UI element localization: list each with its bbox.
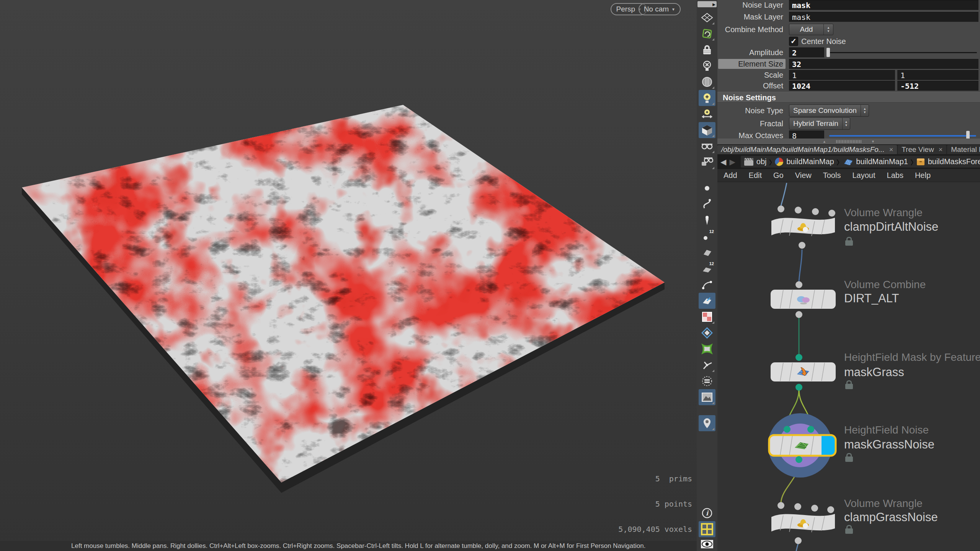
info-icon[interactable]: i (699, 505, 715, 521)
fractal-dropdown[interactable]: Hybrid Terrain ▲▼ (789, 117, 850, 130)
splitter-up-icon[interactable]: ▲ (823, 140, 826, 143)
center-noise-checkbox[interactable]: ✓ (789, 37, 798, 46)
material-sphere-icon[interactable] (699, 74, 715, 90)
node-name-label[interactable]: maskGrass (844, 365, 904, 379)
back-arrow-icon[interactable]: ◀ (720, 157, 726, 166)
amplitude-slider-track[interactable] (829, 52, 977, 53)
forward-arrow-icon[interactable]: ▶ (729, 157, 735, 166)
prim-normals-icon[interactable] (699, 293, 715, 309)
element-size-field[interactable]: 32 (789, 59, 978, 69)
headlight-off-icon[interactable] (699, 58, 715, 74)
node-name-label[interactable]: clampGrassNoise (844, 510, 938, 524)
breadcrumb-item-obj[interactable]: obj (741, 157, 770, 166)
menu-add[interactable]: Add (724, 171, 737, 180)
node-body-clampgrassnoise[interactable] (770, 510, 836, 536)
breadcrumb-item-buildmainmap1[interactable]: buildMainMap1 (839, 157, 911, 166)
max-octaves-slider-handle[interactable] (966, 131, 970, 139)
menu-edit[interactable]: Edit (749, 171, 762, 180)
lock-icon[interactable] (699, 42, 715, 58)
close-icon[interactable]: × (889, 146, 893, 154)
group-highlight-icon[interactable] (699, 341, 715, 357)
noise-settings-section-header[interactable]: Noise Settings (717, 92, 980, 103)
view-layout-icon[interactable] (699, 10, 715, 26)
menu-labs[interactable]: Labs (887, 171, 903, 180)
combine-method-dropdown[interactable]: Add ▲▼ (789, 24, 833, 35)
noise-layer-field[interactable]: mask (789, 0, 978, 10)
profile-curve-icon[interactable] (699, 277, 715, 293)
node-body-maskgrassnoise[interactable] (768, 434, 837, 457)
fan-icon[interactable] (699, 357, 715, 373)
move-light-icon[interactable] (699, 106, 715, 122)
shading-cube-icon[interactable] (699, 122, 715, 138)
add-light-icon[interactable] (699, 90, 715, 106)
node-input-connector[interactable] (795, 207, 802, 214)
node-body-maskgrass[interactable] (770, 362, 836, 382)
pane-splitter[interactable]: ▲ ▼ (717, 139, 980, 144)
node-body-dirt-alt[interactable] (770, 289, 836, 309)
prim-display-icon[interactable] (699, 245, 715, 261)
node-name-label[interactable]: clampDirtAltNoise (844, 220, 938, 234)
point-display-icon[interactable] (699, 180, 715, 196)
node-input-connector[interactable] (794, 503, 801, 510)
spinner-arrows-icon[interactable]: ▲▼ (823, 24, 833, 35)
param-row-combine-method: Combine Method Add ▲▼ (717, 24, 980, 35)
node-name-label[interactable]: DIRT_ALT (844, 292, 899, 305)
scene-viewport[interactable]: Persp ▼ No cam ▼ 5 prims 5 points 5,090,… (0, 0, 697, 551)
visualizer-pin-icon[interactable] (699, 415, 715, 431)
node-output-connector[interactable] (795, 537, 802, 544)
offset-x-field[interactable]: 1024 (789, 81, 895, 91)
node-body-clampdirtaltnoise[interactable] (770, 214, 836, 240)
amplitude-slider-handle[interactable] (826, 48, 830, 57)
breadcrumb-item-buildmainmap[interactable]: buildMainMap (771, 157, 837, 166)
node-input-connector[interactable] (795, 281, 802, 288)
amplitude-field[interactable]: 2 (789, 47, 824, 57)
splitter-down-icon[interactable]: ▼ (871, 140, 875, 143)
noise-type-dropdown[interactable]: Sparse Convolution ▲▼ (789, 104, 869, 117)
menu-tools[interactable]: Tools (823, 171, 841, 180)
menu-help[interactable]: Help (915, 171, 931, 180)
point-trail-icon[interactable] (699, 196, 715, 212)
mask-layer-field[interactable]: mask (789, 12, 978, 22)
tab-material-palette[interactable]: Material Palette × (947, 145, 980, 154)
offset-y-field[interactable]: -512 (897, 81, 978, 91)
scale-x-field[interactable]: 1 (789, 70, 895, 80)
scale-y-field[interactable]: 1 (897, 70, 978, 80)
shade-glasses-icon[interactable] (699, 138, 715, 154)
splitter-grip[interactable] (836, 140, 861, 143)
background-image-icon[interactable] (699, 389, 715, 405)
pane-grid-icon[interactable] (699, 521, 715, 537)
point-marker-icon[interactable] (699, 212, 715, 228)
tab-tree-view[interactable]: Tree View × (898, 145, 946, 154)
node-input-connector[interactable] (777, 502, 784, 509)
shade-glasses-camera-icon[interactable] (699, 154, 715, 170)
volume-disc-icon[interactable] (699, 373, 715, 389)
prim-numbers-icon[interactable]: 12 (699, 261, 715, 277)
max-octaves-field[interactable]: 8 (789, 130, 824, 139)
node-output-connector[interactable] (795, 456, 802, 463)
uv-checker-icon[interactable] (699, 309, 715, 325)
node-name-label[interactable]: maskGrassNoise (844, 438, 934, 452)
menu-view[interactable]: View (795, 171, 812, 180)
breadcrumb-item-buildmasksforest[interactable]: buildMasksForest (913, 157, 980, 166)
spinner-arrows-icon[interactable]: ▲▼ (861, 105, 869, 116)
node-input-connector[interactable] (777, 205, 784, 212)
max-octaves-slider-track[interactable] (829, 135, 976, 137)
close-icon[interactable]: × (939, 146, 943, 154)
menu-go[interactable]: Go (773, 171, 784, 180)
node-input-connector[interactable] (807, 426, 814, 433)
camera-select-button[interactable]: No cam ▼ (639, 3, 681, 15)
view-diamond-icon[interactable] (699, 325, 715, 341)
snap-mode-icon[interactable] (699, 26, 715, 42)
node-output-connector[interactable] (795, 311, 802, 318)
point-numbers-icon[interactable]: 12 (699, 228, 715, 245)
visibility-eye-icon[interactable] (699, 537, 715, 551)
tab-network-path[interactable]: /obj/buildMainMap/buildMainMap1/buildMas… (717, 145, 897, 154)
node-output-connector[interactable] (799, 242, 805, 249)
node-input-connector[interactable] (795, 354, 802, 361)
node-output-connector[interactable] (795, 384, 802, 391)
node-input-connector[interactable] (784, 426, 791, 433)
spinner-arrows-icon[interactable]: ▲▼ (842, 118, 850, 129)
menu-layout[interactable]: Layout (852, 171, 875, 180)
network-editor[interactable]: Volume Wrangle clampDirtAltNoise Volume … (717, 182, 980, 551)
toolbar-handle[interactable]: ▶ (697, 1, 717, 7)
